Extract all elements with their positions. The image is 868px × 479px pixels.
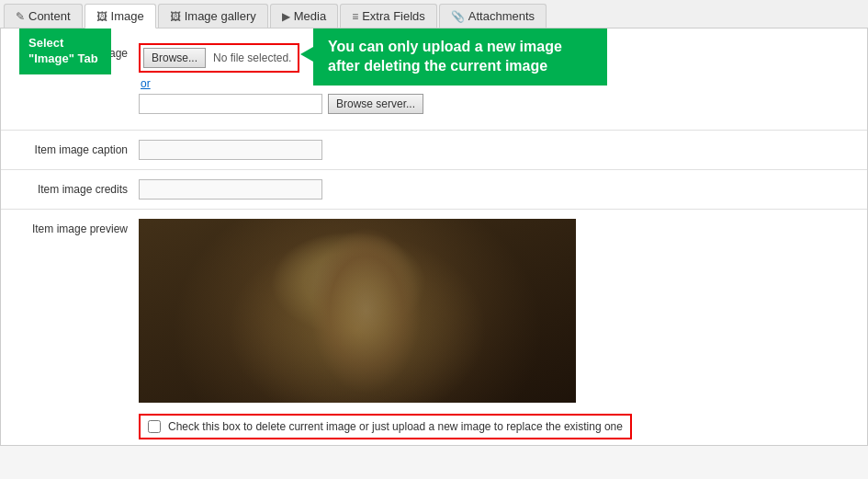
image-gallery-icon: 🖼 <box>170 10 181 23</box>
preview-label: Item image preview <box>19 219 139 235</box>
caption-input[interactable] <box>139 140 322 160</box>
tab-attachments[interactable]: 📎 Attachments <box>439 4 547 28</box>
file-input-row: Browse... No file selected. <box>139 43 299 73</box>
browse-server-button[interactable]: Browse server... <box>328 94 423 114</box>
tab-image-gallery[interactable]: 🖼 Image gallery <box>158 4 268 28</box>
or-link[interactable]: or <box>141 77 151 90</box>
tab-image[interactable]: 🖼 Image <box>85 4 156 29</box>
caption-row: Item image caption <box>1 131 867 169</box>
attachments-icon: 📎 <box>451 10 465 23</box>
media-icon: ▶ <box>282 10 290 23</box>
credits-row: Item image credits <box>1 170 867 209</box>
tabs-bar: ✎ Content 🖼 Image 🖼 Image gallery ▶ Medi… <box>0 0 868 29</box>
delete-row: Check this box to delete current image o… <box>139 414 632 439</box>
image-icon: 🖼 <box>96 10 107 23</box>
extra-fields-icon: ≡ <box>352 10 358 23</box>
main-content: Select "Image" Tab You can only upload a… <box>0 29 868 446</box>
upload-section: Select "Image" Tab You can only upload a… <box>1 29 867 130</box>
caption-label: Item image caption <box>19 143 139 156</box>
url-input[interactable] <box>139 94 322 114</box>
tab-extra-fields[interactable]: ≡ Extra Fields <box>340 4 437 28</box>
tab-media[interactable]: ▶ Media <box>270 4 338 28</box>
url-row: Browse server... <box>139 94 849 114</box>
delete-checkbox[interactable] <box>148 420 161 433</box>
content-icon: ✎ <box>16 10 25 23</box>
file-name-display: No file selected. <box>209 50 295 66</box>
credits-label: Item image credits <box>19 183 139 196</box>
preview-image <box>139 219 576 403</box>
delete-row-text: Check this box to delete current image o… <box>168 420 623 433</box>
preview-row: Item image preview <box>1 210 867 408</box>
credits-input[interactable] <box>139 179 322 200</box>
callout-tooltip: You can only upload a new image after de… <box>313 29 607 86</box>
annotation-select-image-tab: Select "Image" Tab <box>19 29 111 74</box>
tab-content[interactable]: ✎ Content <box>4 4 83 28</box>
browse-button[interactable]: Browse... <box>143 48 206 68</box>
